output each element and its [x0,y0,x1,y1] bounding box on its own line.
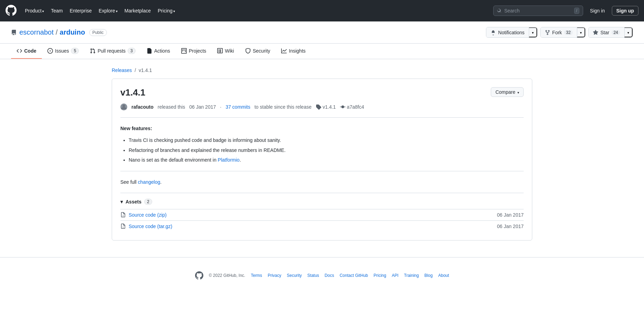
compare-button[interactable]: Compare [491,87,524,97]
footer-security[interactable]: Security [287,273,302,278]
pr-icon [90,48,95,54]
footer-docs[interactable]: Docs [325,273,334,278]
top-navigation: Product Team Enterprise Explore Marketpl… [0,0,644,21]
list-item: Nano is set as the default environment i… [129,156,524,164]
notifications-label: Notifications [498,30,524,35]
footer-pricing[interactable]: Pricing [374,273,386,278]
fork-label: Fork [552,30,562,35]
repo-name-link[interactable]: arduino [60,28,85,36]
commit-icon [340,104,346,110]
assets-header[interactable]: ▾ Assets 2 [120,199,524,205]
commits-suffix: to stable since this release [255,104,312,110]
asset-targz-name: Source code [129,224,156,229]
asset-zip-format: (zip) [157,212,167,218]
asset-left-zip: Source code (zip) [120,212,167,218]
asset-row-zip: Source code (zip) 06 Jan 2017 [120,209,524,220]
tab-projects[interactable]: Projects [176,44,212,59]
list-item: Refactoring of branches and explained th… [129,146,524,154]
pricing-chevron-icon [173,8,175,13]
author-avatar [120,103,127,110]
footer-status[interactable]: Status [307,273,319,278]
repo-header: escornabot / arduino Public Notification… [0,21,644,44]
repo-tabs: Code Issues 5 Pull requests 3 Actions Pr… [0,44,644,59]
assets-section: ▾ Assets 2 Source code (zip) 06 Jan 2017 [120,193,524,232]
release-dot: · [220,104,221,110]
nav-pricing[interactable]: Pricing [155,6,178,16]
footer-api[interactable]: API [392,273,398,278]
asset-targz-link[interactable]: Source code (tar.gz) [129,224,172,229]
notifications-dropdown[interactable] [529,27,537,37]
nav-enterprise-label: Enterprise [70,8,92,13]
search-bar[interactable]: / [493,6,583,16]
notifications-button[interactable]: Notifications [486,27,528,37]
commits-link[interactable]: 37 commits [226,104,250,110]
footer-terms[interactable]: Terms [251,273,262,278]
tab-projects-label: Projects [189,48,206,54]
star-count: 24 [611,30,620,35]
asset-zip-date: 06 Jan 2017 [497,212,524,218]
release-author-link[interactable]: rafacouto [131,104,154,110]
tab-actions[interactable]: Actions [141,44,176,59]
breadcrumb-separator: / [135,67,136,73]
issues-badge: 5 [71,48,79,54]
release-body: New features: Travis CI is checking push… [120,125,524,186]
footer-blog[interactable]: Blog [424,273,433,278]
release-date: 06 Jan 2017 [189,104,216,110]
nav-product[interactable]: Product [22,6,47,16]
signin-button[interactable]: Sign in [587,6,608,15]
tab-wiki[interactable]: Wiki [212,44,239,59]
search-icon [497,8,502,13]
breadcrumb-current: v1.4.1 [139,67,152,73]
nav-pricing-label: Pricing [158,8,173,13]
release-released-text: released this [158,104,185,110]
tab-pullrequests[interactable]: Pull requests 3 [84,44,141,59]
pr-badge: 3 [128,48,136,54]
platformio-link[interactable]: Platformio [218,157,240,163]
tab-insights[interactable]: Insights [276,44,311,59]
fork-dropdown[interactable] [577,27,585,37]
tab-issues[interactable]: Issues 5 [42,44,84,59]
compare-group: Compare [491,87,524,97]
nav-team[interactable]: Team [48,6,65,16]
tab-code[interactable]: Code [11,44,42,59]
changelog-link[interactable]: changelog [138,179,160,185]
footer-about[interactable]: About [438,273,449,278]
product-chevron-icon [42,8,44,13]
repo-icon [11,30,17,35]
search-input[interactable] [504,8,571,13]
repo-owner-link[interactable]: escornabot [19,28,54,36]
repo-breadcrumb: escornabot / arduino Public [11,28,107,36]
asset-targz-date: 06 Jan 2017 [497,224,524,229]
fork-button[interactable]: Fork 32 [541,27,577,37]
star-dropdown[interactable] [624,27,633,37]
bell-icon [490,30,496,35]
see-full-text: See full changelog. [120,178,524,186]
signup-button[interactable]: Sign up [612,6,638,16]
repo-visibility-badge: Public [89,29,107,36]
fork-count: 32 [564,30,573,35]
file-icon-zip [120,212,126,218]
tab-security[interactable]: Security [240,44,276,59]
asset-targz-format: (tar.gz) [157,224,173,229]
footer-contact[interactable]: Contact GitHub [340,273,368,278]
nav-explore[interactable]: Explore [96,6,120,16]
star-button[interactable]: Star 24 [589,27,624,37]
fork-icon [545,30,550,35]
nav-enterprise[interactable]: Enterprise [67,6,94,16]
footer-training[interactable]: Training [404,273,419,278]
release-divider [120,117,524,118]
breadcrumb-releases-link[interactable]: Releases [112,67,132,73]
footer-logo [195,271,203,280]
list-item: Travis CI is checking pushed code and ba… [129,136,524,144]
tab-code-label: Code [24,48,36,54]
fork-group: Fork 32 [540,27,586,38]
repo-action-buttons: Notifications Fork 32 [486,27,633,38]
github-logo[interactable] [6,5,17,17]
footer-privacy[interactable]: Privacy [268,273,281,278]
search-shortcut-key: / [574,8,579,14]
notifications-group: Notifications [486,27,537,38]
features-title: New features: [120,125,524,132]
nav-marketplace[interactable]: Marketplace [122,6,154,16]
asset-zip-link[interactable]: Source code (zip) [129,212,167,218]
star-chevron-icon [627,30,629,35]
